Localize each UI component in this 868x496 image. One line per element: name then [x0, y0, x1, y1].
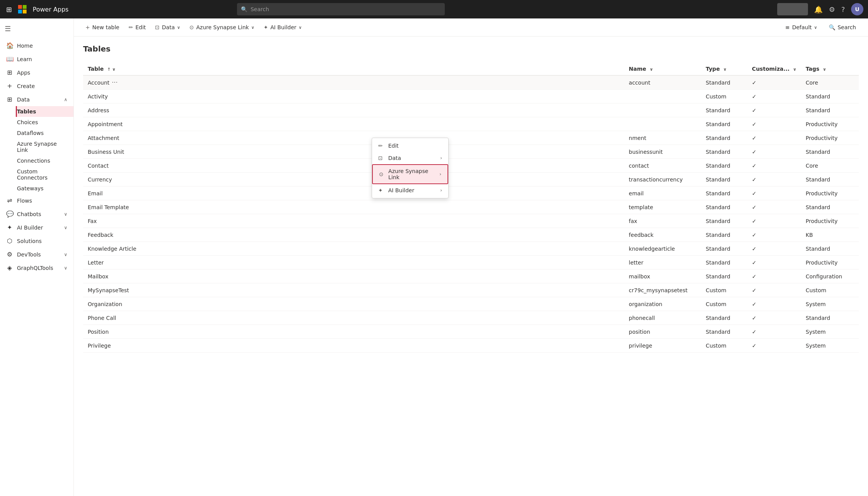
- context-menu-item-edit[interactable]: ✏ Edit: [372, 140, 448, 152]
- check-icon: ✓: [752, 149, 756, 155]
- sidebar-item-graphqltools[interactable]: ◈ GraphQLTools ∨: [0, 261, 73, 275]
- table-row: Fax···faxStandard✓Productivity: [83, 214, 859, 228]
- sidebar-item-flows[interactable]: ⇌ Flows: [0, 194, 73, 207]
- cell-name: privilege: [624, 339, 701, 353]
- default-button[interactable]: ≡ Default ∨: [781, 22, 821, 33]
- sidebar-item-devtools[interactable]: ⚙ DevTools ∨: [0, 248, 73, 261]
- sidebar-item-create[interactable]: + Create: [0, 79, 73, 93]
- cell-name: contact: [624, 159, 701, 173]
- cell-customizable: ✓: [747, 297, 801, 311]
- cell-customizable: ✓: [747, 200, 801, 214]
- table-col-header-tags[interactable]: Tags ∨: [801, 63, 859, 75]
- cell-table-name: Attachment···: [83, 131, 624, 145]
- ai-builder-button[interactable]: ✦ AI Builder ∨: [260, 22, 305, 33]
- cell-table-name: Business Unit···: [83, 145, 624, 159]
- cell-tags: Standard: [801, 311, 859, 325]
- cell-tags: Standard: [801, 200, 859, 214]
- sidebar-sub-item-custom-connectors[interactable]: Custom Connectors: [17, 166, 73, 183]
- help-icon[interactable]: ?: [841, 5, 845, 13]
- notification-icon[interactable]: 🔔: [814, 5, 823, 13]
- search-icon: 🔍: [829, 24, 835, 30]
- sidebar-sub-item-connections[interactable]: Connections: [17, 155, 73, 166]
- svg-rect-3: [23, 10, 27, 13]
- context-menu-item-ai-builder[interactable]: ✦ AI Builder ›: [372, 184, 448, 196]
- cell-name: transactioncurrency: [624, 173, 701, 186]
- cell-type: Custom: [701, 339, 747, 353]
- azure-synapse-link-button[interactable]: ⊙ Azure Synapse Link ∨: [185, 22, 258, 33]
- azure-synapse-label: Azure Synapse Link: [196, 24, 249, 30]
- row-options-button[interactable]: ···: [110, 78, 120, 87]
- page-content: Tables Table ↑ ∨ Name ∨: [74, 37, 868, 496]
- cell-tags: Standard: [801, 103, 859, 117]
- apps-icon: ⊞: [6, 69, 13, 76]
- cell-customizable: ✓: [747, 311, 801, 325]
- sidebar: ☰ 🏠 Home 📖 Learn ⊞ Apps + Create ⊞ Data …: [0, 18, 74, 496]
- table-col-header-customizable[interactable]: Customiza... ∨: [747, 63, 801, 75]
- choices-label: Choices: [17, 119, 38, 125]
- table-row: Position···positionStandard✓System: [83, 325, 859, 339]
- check-icon: ✓: [752, 93, 756, 100]
- sidebar-item-data[interactable]: ⊞ Data ∧: [0, 93, 73, 106]
- cell-tags: Productivity: [801, 117, 859, 131]
- tags-col-label: Tags: [806, 66, 820, 72]
- sidebar-sub-item-tables[interactable]: Tables: [16, 106, 73, 117]
- cell-customizable: ✓: [747, 256, 801, 270]
- cell-table-name: Position···: [83, 325, 624, 339]
- settings-icon[interactable]: ⚙: [829, 5, 835, 13]
- cell-type: Standard: [701, 117, 747, 131]
- data-button[interactable]: ⊡ Data ∨: [151, 22, 184, 33]
- sidebar-item-learn[interactable]: 📖 Learn: [0, 52, 73, 66]
- cell-tags: Standard: [801, 173, 859, 186]
- name-col-label: Name: [629, 66, 646, 72]
- check-icon: ✓: [752, 287, 756, 293]
- chevron-up-icon: ∧: [64, 97, 67, 102]
- sidebar-sub-item-azure-synapse[interactable]: Azure Synapse Link: [17, 138, 73, 155]
- chevron-down-icon: ∨: [64, 211, 67, 217]
- table-row: Mailbox···mailboxStandard✓Configuration: [83, 270, 859, 283]
- ai-builder-icon: ✦: [264, 24, 268, 30]
- cell-customizable: ✓: [747, 283, 801, 297]
- table-col-header-table[interactable]: Table ↑ ∨: [83, 63, 624, 75]
- cell-type: Custom: [701, 90, 747, 103]
- search-button[interactable]: 🔍 Search: [825, 22, 860, 33]
- cell-table-name: Knowledge Article···: [83, 242, 624, 256]
- cell-name: nment: [624, 131, 701, 145]
- cell-customizable: ✓: [747, 228, 801, 242]
- gateways-label: Gateways: [17, 185, 43, 191]
- sidebar-sub-item-choices[interactable]: Choices: [17, 117, 73, 128]
- cell-name: email: [624, 186, 701, 200]
- dataflows-label: Dataflows: [17, 130, 44, 136]
- cell-tags: System: [801, 339, 859, 353]
- sidebar-sub-item-dataflows[interactable]: Dataflows: [17, 128, 73, 138]
- check-icon: ✓: [752, 190, 756, 196]
- sidebar-item-apps[interactable]: ⊞ Apps: [0, 66, 73, 79]
- ai-builder-icon: ✦: [378, 187, 384, 193]
- user-avatar[interactable]: U: [851, 3, 863, 15]
- sidebar-item-ai-builder[interactable]: ✦ AI Builder ∨: [0, 221, 73, 234]
- sidebar-item-solutions[interactable]: ⬡ Solutions: [0, 234, 73, 248]
- cell-name: businessunit: [624, 145, 701, 159]
- waffle-icon[interactable]: ⊞: [5, 4, 13, 15]
- table-col-header-type[interactable]: Type ∨: [701, 63, 747, 75]
- sidebar-item-label: Home: [17, 43, 33, 49]
- top-search-bar[interactable]: 🔍: [237, 3, 445, 15]
- sidebar-item-home[interactable]: 🏠 Home: [0, 39, 73, 52]
- table-col-header-name[interactable]: Name ∨: [624, 63, 701, 75]
- content-area: + New table ✏ Edit ⊡ Data ∨ ⊙ Azure Syna…: [74, 18, 868, 496]
- context-menu-item-azure-synapse[interactable]: ⊙ Azure Synapse Link ›: [372, 164, 448, 184]
- cell-tags: Standard: [801, 90, 859, 103]
- sidebar-item-label: AI Builder: [17, 225, 43, 231]
- cell-type: Standard: [701, 242, 747, 256]
- edit-button[interactable]: ✏ Edit: [125, 22, 150, 33]
- sidebar-item-chatbots[interactable]: 💬 Chatbots ∨: [0, 207, 73, 221]
- new-table-button[interactable]: + New table: [82, 22, 123, 33]
- user-thumbnail: [777, 3, 808, 15]
- sidebar-item-label: Flows: [17, 198, 32, 204]
- top-search-input[interactable]: [250, 6, 441, 12]
- sidebar-item-label: DevTools: [17, 251, 41, 258]
- context-menu-item-data[interactable]: ⊡ Data ›: [372, 152, 448, 164]
- sidebar-sub-item-gateways[interactable]: Gateways: [17, 183, 73, 194]
- cell-name: cr79c_mysynapsetest: [624, 283, 701, 297]
- check-icon: ✓: [752, 176, 756, 183]
- sidebar-collapse-button[interactable]: ☰: [0, 22, 73, 36]
